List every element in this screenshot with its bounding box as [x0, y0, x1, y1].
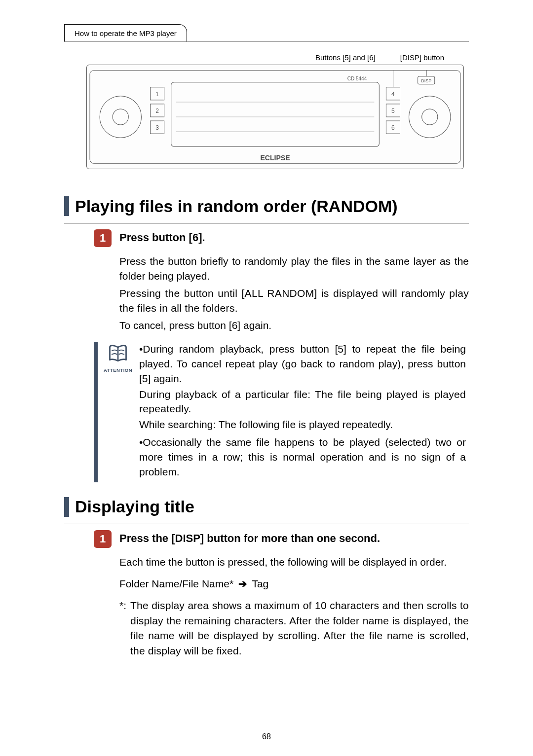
footnote-text: The display area shows a maximum of 10 c…: [130, 598, 469, 658]
heading-accent-bar: [64, 196, 69, 216]
heading-random-title: Playing files in random order (RANDOM): [75, 197, 469, 216]
breadcrumb-label: How to operate the MP3 player: [75, 29, 177, 37]
svg-point-3: [409, 96, 451, 138]
svg-point-2: [113, 109, 128, 125]
svg-text:CD 5444: CD 5444: [347, 76, 367, 81]
display-footnote: *: The display area shows a maximum of 1…: [119, 598, 469, 658]
note-bullet-1-sub2: While searching: The following file is p…: [139, 417, 466, 432]
step-body-title: Each time the button is pressed, the fol…: [119, 555, 469, 570]
step-title-press-disp: Press the [DISP] button for more than on…: [119, 530, 380, 545]
attention-badge: ATTENTION: [98, 342, 135, 482]
heading-rule: [64, 524, 469, 524]
svg-text:5: 5: [391, 108, 395, 114]
note-bullet-2: •Occasionally the same file happens to b…: [139, 435, 466, 479]
svg-point-4: [422, 109, 438, 125]
svg-text:3: 3: [155, 124, 159, 131]
attention-body: •During random playback, press button [5…: [135, 342, 469, 482]
attention-note: ATTENTION •During random playback, press…: [94, 342, 469, 482]
seq-left: Folder Name/File Name*: [119, 578, 233, 589]
svg-text:ECLIPSE: ECLIPSE: [260, 154, 290, 162]
device-diagram: Buttons [5] and [6] [DISP] button: [86, 53, 464, 177]
footnote-mark: *:: [119, 598, 126, 658]
random-p2: Pressing the button until [ALL RANDOM] i…: [119, 286, 469, 316]
random-p1: Press the button briefly to randomly pla…: [119, 254, 469, 284]
step-badge-1b: 1: [94, 530, 112, 548]
callout-buttons-5-6: Buttons [5] and [6]: [315, 53, 376, 62]
note-bullet-1-sub1: During playback of a particular file: Th…: [139, 387, 466, 417]
heading-accent-bar: [64, 497, 69, 517]
callout-disp-button: [DISP] button: [400, 53, 444, 62]
seq-right: Tag: [252, 578, 268, 589]
attention-label: ATTENTION: [104, 367, 132, 373]
svg-point-1: [100, 96, 141, 138]
faceplate-svg: 1 2 3 4 5 6 ECLIPSE CD 5444 DISP: [87, 65, 463, 169]
note-bullet-1: •During random playback, press button [5…: [139, 342, 466, 386]
section-heading-title: Displaying title: [64, 497, 469, 517]
heading-display-title: Displaying title: [75, 497, 469, 516]
svg-rect-5: [171, 82, 380, 147]
book-icon: [107, 343, 129, 364]
svg-text:1: 1: [155, 91, 159, 98]
step-body-random: Press the button briefly to randomly pla…: [119, 254, 469, 333]
svg-text:DISP: DISP: [421, 78, 431, 83]
random-p3: To cancel, press button [6] again.: [119, 318, 469, 333]
display-sequence: Folder Name/File Name* ➔ Tag: [119, 576, 469, 591]
page-number: 68: [0, 732, 533, 741]
heading-rule: [64, 223, 469, 223]
arrow-right-icon: ➔: [236, 576, 249, 591]
section-heading-random: Playing files in random order (RANDOM): [64, 196, 469, 216]
car-stereo-faceplate: 1 2 3 4 5 6 ECLIPSE CD 5444 DISP: [86, 65, 464, 169]
title-p1: Each time the button is pressed, the fol…: [119, 555, 469, 570]
breadcrumb-tab: How to operate the MP3 player: [64, 24, 187, 42]
svg-text:4: 4: [391, 91, 395, 98]
svg-text:2: 2: [155, 108, 159, 114]
step-badge-1: 1: [94, 229, 112, 247]
step-title-press-6: Press button [6].: [119, 229, 205, 244]
svg-text:6: 6: [391, 124, 395, 131]
